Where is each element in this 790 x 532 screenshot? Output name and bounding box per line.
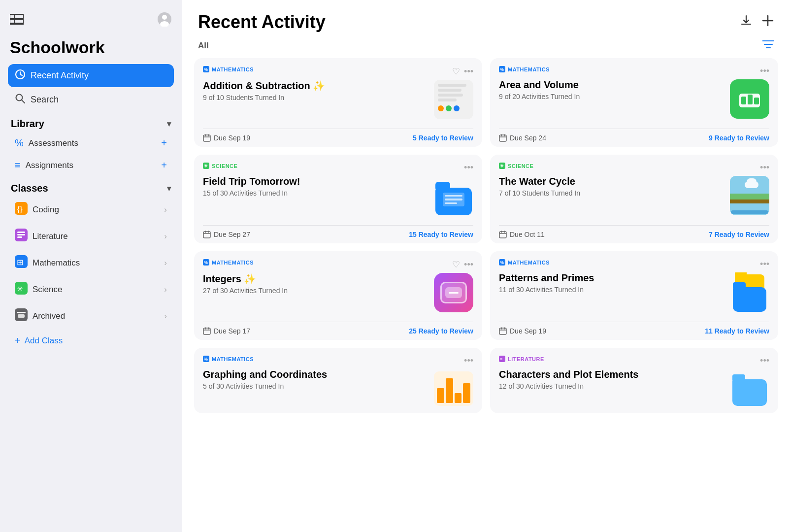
svg-text:✳: ✳ xyxy=(17,285,23,293)
svg-rect-26 xyxy=(17,312,26,313)
mathematics-chevron-icon: › xyxy=(164,258,167,268)
card-title-1: Addition & Subtraction ✨ xyxy=(203,80,429,92)
subject-math-5: % MATHEMATICS xyxy=(203,356,254,362)
card-thumb-1 xyxy=(434,80,473,119)
svg-rect-44 xyxy=(754,98,759,104)
card-water-cycle[interactable]: ✳ SCIENCE ••• The Water Cycle 7 of 10 St… xyxy=(490,155,778,243)
library-section-header[interactable]: Library ▾ xyxy=(8,112,174,133)
cards-grid: % MATHEMATICS ♡ ••• Addition & Subtracti… xyxy=(194,58,778,413)
svg-text:%: % xyxy=(204,357,208,362)
svg-text:✳: ✳ xyxy=(500,164,504,168)
classes-chevron-icon: ▾ xyxy=(167,184,171,193)
filter-all-label: All xyxy=(198,41,209,51)
card-thumb-7 xyxy=(434,369,473,408)
coding-icon: {} xyxy=(15,202,28,218)
add-class-button[interactable]: + Add Class xyxy=(8,330,174,351)
more-button-6[interactable]: ••• xyxy=(760,259,769,269)
card-subtitle-1: 9 of 10 Students Turned In xyxy=(203,94,429,101)
card-due-5: Due Sep 17 xyxy=(203,327,250,335)
more-button-2[interactable]: ••• xyxy=(760,66,769,76)
add-assessment-button[interactable]: + xyxy=(161,137,167,149)
more-button-7[interactable]: ••• xyxy=(464,356,473,366)
card-due-1: Due Sep 19 xyxy=(203,134,250,142)
toggle-sidebar-button[interactable] xyxy=(8,12,26,28)
more-button-5[interactable]: ••• xyxy=(464,260,473,270)
nav-item-recent-activity[interactable]: Recent Activity xyxy=(8,64,174,87)
svg-rect-35 xyxy=(203,135,210,141)
science-icon: ✳ xyxy=(15,282,28,298)
literature-chevron-icon: › xyxy=(164,232,167,241)
library-label: Library xyxy=(11,118,44,130)
literature-label: Literature xyxy=(33,232,68,241)
card-characters-plot[interactable]: ≡ LITERATURE ••• Characters and Plot Ele… xyxy=(490,348,778,413)
assessments-label: Assessments xyxy=(29,138,78,148)
more-button-3[interactable]: ••• xyxy=(464,163,473,173)
main-content: Recent Activity All xyxy=(182,0,790,532)
class-item-mathematics[interactable]: ⊞ Mathematics › xyxy=(8,250,174,276)
library-item-assignments[interactable]: ≡ Assignments + xyxy=(8,155,174,176)
svg-text:%: % xyxy=(500,67,504,72)
download-button[interactable] xyxy=(740,14,753,30)
class-item-archived[interactable]: Archived › xyxy=(8,303,174,329)
class-item-coding[interactable]: {} Coding › xyxy=(8,197,174,223)
more-button-1[interactable]: ••• xyxy=(464,66,473,77)
sidebar: Schoolwork Recent Activity Search Librar… xyxy=(0,0,182,532)
class-item-literature[interactable]: Literature › xyxy=(8,224,174,249)
filter-row: All xyxy=(182,37,790,58)
svg-rect-57 xyxy=(499,232,506,238)
sidebar-top xyxy=(8,10,174,30)
archived-chevron-icon: › xyxy=(164,311,167,321)
svg-rect-20 xyxy=(17,236,22,238)
svg-text:%: % xyxy=(500,260,504,265)
card-subtitle-4: 7 of 10 Students Turned In xyxy=(499,189,725,197)
card-subtitle-8: 12 of 30 Activities Turned In xyxy=(499,382,725,390)
mathematics-label: Mathematics xyxy=(33,258,80,268)
card-review-5: 25 Ready to Review xyxy=(409,327,473,335)
search-label: Search xyxy=(31,95,59,105)
more-button-8[interactable]: ••• xyxy=(760,356,769,366)
favorite-button-1[interactable]: ♡ xyxy=(452,66,460,77)
nav-item-search[interactable]: Search xyxy=(8,88,174,111)
svg-line-12 xyxy=(20,74,22,75)
search-icon xyxy=(15,93,26,106)
add-button[interactable] xyxy=(761,14,774,30)
profile-button[interactable] xyxy=(155,10,174,30)
more-button-4[interactable]: ••• xyxy=(760,163,769,173)
class-item-science[interactable]: ✳ Science › xyxy=(8,277,174,302)
card-subtitle-7: 5 of 30 Activities Turned In xyxy=(203,382,429,390)
cards-container: % MATHEMATICS ♡ ••• Addition & Subtracti… xyxy=(182,58,790,532)
card-thumb-4 xyxy=(730,176,769,215)
library-item-assessments[interactable]: % Assessments + xyxy=(8,133,174,154)
svg-text:≡: ≡ xyxy=(500,357,503,362)
clock-icon xyxy=(15,69,26,82)
card-thumb-2 xyxy=(730,79,769,119)
card-graphing-coordinates[interactable]: % MATHEMATICS ••• Graphing and Coordinat… xyxy=(194,348,482,413)
card-thumb-8 xyxy=(730,369,769,408)
card-addition-subtraction[interactable]: % MATHEMATICS ♡ ••• Addition & Subtracti… xyxy=(194,58,482,147)
svg-rect-63 xyxy=(203,328,210,334)
app-title: Schoolwork xyxy=(8,38,174,57)
card-title-3: Field Trip Tomorrow! xyxy=(203,176,429,187)
card-review-4: 7 Ready to Review xyxy=(709,231,769,238)
add-assignment-button[interactable]: + xyxy=(161,160,167,171)
assignments-label: Assignments xyxy=(26,161,73,170)
card-thumb-5 xyxy=(434,273,473,312)
card-due-6: Due Sep 19 xyxy=(499,327,546,335)
coding-label: Coding xyxy=(33,205,59,215)
filter-button[interactable] xyxy=(762,39,774,52)
card-integers[interactable]: % MATHEMATICS ♡ ••• Integers ✨ 27 of 30 … xyxy=(194,251,482,340)
svg-text:%: % xyxy=(204,67,208,72)
card-patterns-primes[interactable]: % MATHEMATICS ••• Patterns and Primes 11… xyxy=(490,251,778,340)
archived-icon xyxy=(15,308,28,324)
subject-math-2: % MATHEMATICS xyxy=(499,66,550,72)
card-area-volume[interactable]: % MATHEMATICS ••• Area and Volume 9 of 2… xyxy=(490,58,778,147)
favorite-button-5[interactable]: ♡ xyxy=(452,259,460,270)
card-subtitle-3: 15 of 30 Activities Turned In xyxy=(203,189,429,197)
card-field-trip[interactable]: ✳ SCIENCE ••• Field Trip Tomorrow! 15 of… xyxy=(194,155,482,243)
subject-math-4: % MATHEMATICS xyxy=(499,259,550,266)
card-thumb-6 xyxy=(730,272,769,312)
card-thumb-3 xyxy=(434,176,473,215)
classes-section-header[interactable]: Classes ▾ xyxy=(8,177,174,197)
recent-activity-label: Recent Activity xyxy=(31,70,89,81)
card-review-3: 15 Ready to Review xyxy=(409,231,473,238)
